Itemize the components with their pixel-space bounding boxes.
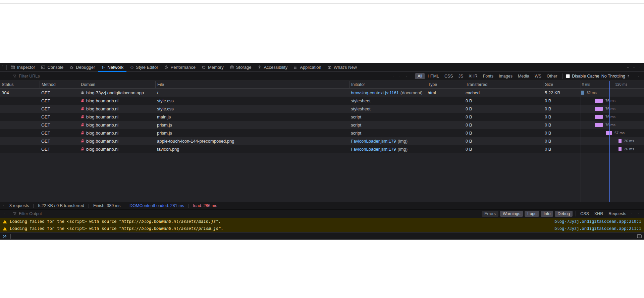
request-row[interactable]: GETblog.boumanb.nlprism.jsscript0 B0 B57… bbox=[0, 129, 644, 137]
initiator-link[interactable]: FaviconLoader.jsm:179 bbox=[351, 147, 396, 152]
type-filter-all[interactable]: All bbox=[415, 73, 425, 79]
type-filter-css[interactable]: CSS bbox=[442, 73, 455, 79]
console-close-button[interactable] bbox=[636, 211, 641, 216]
tab-what-s-new[interactable]: What’s New bbox=[324, 63, 360, 71]
responsive-design-button[interactable] bbox=[625, 65, 631, 70]
console-filter-logs[interactable]: Logs bbox=[525, 211, 539, 217]
file-cell: style.css bbox=[155, 97, 349, 105]
split-console-button[interactable] bbox=[637, 234, 642, 239]
throttling-value: No Throttling bbox=[601, 74, 625, 79]
column-header-transferred[interactable]: Transferred bbox=[464, 81, 543, 88]
request-row[interactable]: GETblog.boumanb.nlprism.jsscript0 B0 B76… bbox=[0, 121, 644, 129]
console-category-requests[interactable]: Requests bbox=[607, 211, 628, 216]
application-icon bbox=[293, 65, 298, 69]
request-row[interactable]: GETblog.boumanb.nlstyle.cssstylesheet0 B… bbox=[0, 105, 644, 113]
console-filter-info[interactable]: Info bbox=[541, 211, 553, 217]
network-settings-gear-icon[interactable] bbox=[636, 74, 641, 79]
node-picker-button[interactable] bbox=[0, 63, 5, 68]
separator bbox=[633, 73, 633, 79]
type-filter-xhr[interactable]: XHR bbox=[466, 73, 480, 79]
console-category-css[interactable]: CSS bbox=[579, 211, 590, 216]
console-settings-gear-icon[interactable] bbox=[630, 211, 634, 216]
type-filter-fonts[interactable]: Fonts bbox=[481, 73, 496, 79]
tab-application[interactable]: Application bbox=[290, 63, 324, 71]
initiator-link[interactable]: FaviconLoader.jsm:179 bbox=[351, 139, 396, 144]
tab-inspector[interactable]: Inspector bbox=[8, 63, 38, 71]
type-cell bbox=[426, 105, 464, 113]
message-location-link[interactable]: blog-73yzj.ondigitalocean.app:210:1 bbox=[554, 219, 641, 224]
tab-memory[interactable]: Memory bbox=[199, 63, 227, 71]
initiator-cell: script bbox=[349, 129, 426, 137]
type-filter-html[interactable]: HTML bbox=[425, 73, 441, 79]
message-location-link[interactable]: blog-73yzj.ondigitalocean.app:211:1 bbox=[554, 226, 641, 231]
console-filter-warnings[interactable]: Warnings bbox=[500, 211, 523, 217]
tab-accessibility[interactable]: Accessibility bbox=[254, 63, 290, 71]
request-row[interactable]: 304GETblog-73yzj.ondigitalocean.app/brow… bbox=[0, 89, 644, 97]
network-toolbar: Filter URLs AllHTMLCSSJSXHRFontsImagesMe… bbox=[0, 72, 644, 81]
tab-label: Application bbox=[300, 65, 321, 70]
tab-performance[interactable]: Performance bbox=[161, 63, 198, 71]
waterfall-cell: 26 ms bbox=[581, 145, 644, 153]
warning-text: Loading failed for the <script> with sou… bbox=[10, 219, 221, 224]
tab-storage[interactable]: Storage bbox=[227, 63, 255, 71]
lock-broken-icon bbox=[80, 123, 85, 127]
type-filter-other[interactable]: Other bbox=[544, 73, 559, 79]
initiator-cause: stylesheet bbox=[351, 98, 371, 103]
type-filter-images[interactable]: Images bbox=[496, 73, 515, 79]
tab-debugger[interactable]: Debugger bbox=[66, 63, 98, 71]
column-header-type[interactable]: Type bbox=[426, 81, 464, 88]
domain-cell: blog.boumanb.nl bbox=[79, 145, 155, 153]
load-time: load: 286 ms bbox=[190, 203, 221, 208]
performance-analysis-button[interactable] bbox=[1, 203, 6, 208]
initiator-cause: script bbox=[351, 122, 361, 128]
request-blocking-button[interactable] bbox=[404, 74, 409, 79]
search-button[interactable] bbox=[397, 74, 402, 79]
separator bbox=[6, 65, 7, 70]
column-header-file[interactable]: File bbox=[155, 81, 349, 88]
tab-style-editor[interactable]: {}Style Editor bbox=[126, 63, 161, 71]
separator bbox=[412, 73, 412, 79]
timing-bar bbox=[595, 115, 603, 119]
console-filter-errors[interactable]: Errors bbox=[482, 211, 498, 217]
column-header-size[interactable]: Size bbox=[543, 81, 581, 88]
domain-cell: blog.boumanb.nl bbox=[79, 129, 155, 137]
domain-cell: blog.boumanb.nl bbox=[79, 113, 155, 121]
type-filter-media[interactable]: Media bbox=[516, 73, 532, 79]
column-header-domain[interactable]: Domain bbox=[79, 81, 155, 88]
throttling-select[interactable]: No Throttling bbox=[601, 74, 630, 79]
transferred-cell: 0 B bbox=[464, 137, 543, 145]
column-header-label: Method bbox=[42, 82, 56, 87]
requests-table: StatusMethodDomainFileInitiatorTypeTrans… bbox=[0, 81, 644, 202]
storage-icon bbox=[230, 65, 234, 69]
request-row[interactable]: GETblog.boumanb.nlstyle.cssstylesheet0 B… bbox=[0, 97, 644, 105]
devtools-panel: InspectorConsoleDebuggerNetwork{}Style E… bbox=[0, 63, 644, 239]
pause-recording-button[interactable] bbox=[391, 74, 395, 79]
console-category-xhr[interactable]: XHR bbox=[593, 211, 604, 216]
console-input[interactable] bbox=[0, 232, 644, 240]
tab-console[interactable]: Console bbox=[38, 63, 66, 71]
request-row[interactable]: GETblog.boumanb.nlmain.jsscript0 B0 B76 … bbox=[0, 113, 644, 121]
request-row[interactable]: GETblog.boumanb.nlapple-touch-icon-144-p… bbox=[0, 137, 644, 145]
initiator-cause: script bbox=[351, 114, 361, 119]
tab-network[interactable]: Network bbox=[98, 63, 126, 71]
column-header-initiator[interactable]: Initiator bbox=[349, 81, 426, 88]
devtools-close-button[interactable] bbox=[637, 65, 643, 70]
devtools-menu-button[interactable] bbox=[631, 65, 637, 70]
method-cell: GET bbox=[40, 113, 79, 121]
filter-urls-input[interactable]: Filter URLs bbox=[11, 74, 40, 79]
column-header-method[interactable]: Method bbox=[40, 81, 79, 88]
console-filter-debug[interactable]: Debug bbox=[555, 211, 573, 217]
tab-label: Debugger bbox=[76, 65, 95, 70]
column-header-waterfall[interactable]: 0 ms320 ms bbox=[581, 81, 644, 88]
filter-output-input[interactable]: Filter Output bbox=[11, 211, 42, 216]
status-cell bbox=[0, 105, 40, 113]
disable-cache-checkbox[interactable] bbox=[566, 74, 570, 78]
initiator-link[interactable]: browsing-context.js:1161 bbox=[351, 90, 399, 95]
size-cell: 0 B bbox=[543, 105, 581, 113]
type-filter-ws[interactable]: WS bbox=[532, 73, 544, 79]
column-header-status[interactable]: Status bbox=[0, 81, 40, 88]
clear-requests-button[interactable] bbox=[2, 74, 6, 79]
clear-console-button[interactable] bbox=[2, 211, 6, 216]
request-row[interactable]: GETblog.boumanb.nlfavicon.pngFaviconLoad… bbox=[0, 145, 644, 153]
type-filter-js[interactable]: JS bbox=[456, 73, 466, 79]
